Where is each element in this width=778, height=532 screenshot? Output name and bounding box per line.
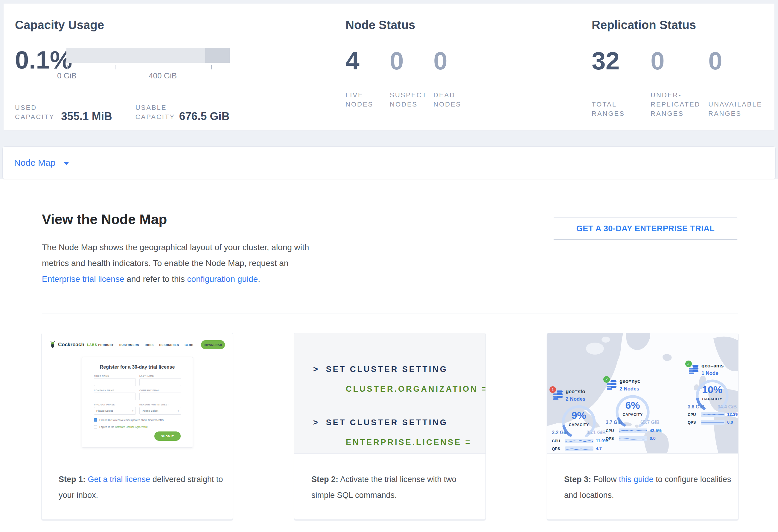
replication-status-title: Replication Status bbox=[592, 17, 762, 32]
capacity-gauge bbox=[606, 392, 659, 431]
cpu-value: 12.3% bbox=[727, 412, 738, 417]
sql-command: SET CLUSTER SETTING bbox=[326, 418, 448, 427]
total-ranges-value: 32 bbox=[592, 44, 650, 77]
used-capacity-label: USED CAPACITY bbox=[15, 103, 60, 122]
dead-nodes-value: 0 bbox=[434, 44, 448, 77]
qps-value: 0.0 bbox=[650, 436, 655, 441]
capacity-percent: 9% bbox=[552, 409, 606, 421]
enterprise-trial-license-link[interactable]: Enterprise trial license bbox=[42, 275, 124, 284]
mini-nav-docs: DOCS bbox=[145, 343, 154, 347]
capacity-usage-section: Capacity Usage 0.1% 0 GiB 400 GiB USED C… bbox=[15, 17, 230, 122]
sql-setting-license: ENTERPRISE.LICENSE = bbox=[346, 432, 485, 452]
steps-card-row: Cockroach LABS PRODUCT CUSTOMERS DOCS RE… bbox=[41, 333, 738, 520]
capacity-usage-title: Capacity Usage bbox=[15, 17, 230, 32]
cpu-label: CPU bbox=[552, 439, 563, 443]
mini-field-label: COMPANY NAME bbox=[94, 389, 136, 392]
sql-terminal-illustration: >SET CLUSTER SETTING CLUSTER.ORGANIZATIO… bbox=[294, 333, 485, 454]
this-guide-link[interactable]: this guide bbox=[619, 475, 653, 484]
locality-name: geo=ams bbox=[701, 363, 723, 369]
map-node-ams: ✓ geo=ams 1 Node 10% CAPACITY 3.6 GiB bbox=[688, 363, 738, 377]
axis-tick-label: 0 GiB bbox=[57, 71, 77, 80]
mini-company-email-input bbox=[139, 393, 181, 400]
unavailable-ranges-value: 0 bbox=[708, 44, 722, 77]
node-map-description: The Node Map shows the geographical layo… bbox=[42, 239, 328, 287]
qps-sparkline bbox=[701, 420, 725, 425]
under-replicated-ranges-value: 0 bbox=[650, 44, 708, 77]
capacity-used: 3.6 GiB bbox=[688, 404, 704, 409]
qps-label: QPS bbox=[606, 436, 617, 441]
axis-tick bbox=[115, 65, 115, 69]
mini-download-button: DOWNLOAD bbox=[201, 340, 225, 349]
locality-node-count: 1 Node bbox=[701, 370, 718, 376]
cpu-sparkline bbox=[565, 439, 594, 443]
capacity-total: 35.1 GiB bbox=[587, 430, 606, 435]
cockroach-labs-logo: Cockroach LABS bbox=[49, 341, 97, 349]
cpu-sparkline bbox=[701, 412, 725, 417]
mini-nav-resources: RESOURCES bbox=[159, 343, 179, 347]
capacity-total: 34.4 GiB bbox=[718, 404, 737, 409]
cpu-label: CPU bbox=[606, 429, 617, 433]
cpu-value: 42.5% bbox=[650, 428, 662, 433]
live-nodes-label: LIVE NODES bbox=[345, 90, 390, 109]
capacity-label: CAPACITY bbox=[688, 397, 737, 401]
capacity-label: CAPACITY bbox=[606, 412, 659, 417]
cluster-overview-card: Capacity Usage 0.1% 0 GiB 400 GiB USED C… bbox=[4, 4, 774, 131]
mini-field-label: PROJECT PHASE bbox=[94, 403, 136, 406]
node-map-dropdown-label: Node Map bbox=[14, 158, 55, 168]
get-trial-license-link[interactable]: Get a trial license bbox=[88, 475, 150, 484]
usable-capacity-label: USABLE CAPACITY bbox=[136, 103, 177, 122]
mini-form-title: Register for a 30-day trial license bbox=[94, 365, 181, 370]
under-replicated-ranges-label: UNDER- REPLICATED RANGES bbox=[650, 90, 708, 118]
suspect-nodes-value: 0 bbox=[390, 44, 434, 77]
qps-value: 0.0 bbox=[727, 420, 733, 425]
mini-site-nav: PRODUCT CUSTOMERS DOCS RESOURCES BLOG DO… bbox=[98, 340, 225, 349]
mini-field-label: FIRST NAME bbox=[94, 375, 136, 377]
cpu-label: CPU bbox=[688, 412, 698, 417]
checkbox-empty-icon bbox=[94, 425, 97, 429]
dead-nodes-label: DEAD NODES bbox=[434, 90, 461, 109]
get-enterprise-trial-button[interactable]: GET A 30-DAY ENTERPRISE TRIAL bbox=[553, 218, 738, 240]
step3-card: 1 geo=sfo 2 Nodes 9% CAPACITY 3.2 GiB bbox=[547, 333, 738, 520]
terminal-prompt: > bbox=[313, 418, 319, 427]
capacity-bar: 0 GiB 400 GiB bbox=[66, 48, 230, 63]
replication-status-section: Replication Status 32 0 0 TOTAL RANGES U… bbox=[592, 17, 762, 118]
qps-label: QPS bbox=[688, 420, 698, 425]
capacity-bar-reserved-segment bbox=[205, 48, 230, 63]
map-node-nyc: ✓ geo=nyc 2 Nodes 6% CAPACITY 3.7 GiB bbox=[606, 379, 659, 392]
used-capacity-value: 355.1 MiB bbox=[61, 110, 112, 123]
chevron-down-icon: ▾ bbox=[132, 409, 134, 412]
configuration-guide-link[interactable]: configuration guide bbox=[187, 275, 258, 284]
qps-sparkline bbox=[619, 436, 647, 441]
step2-caption: Step 2: Activate the trial license with … bbox=[294, 454, 485, 519]
capacity-percent: 10% bbox=[688, 384, 737, 395]
mini-field-label: REASON FOR INTEREST bbox=[139, 403, 181, 406]
locality-node-count: 2 Nodes bbox=[619, 386, 639, 392]
live-nodes-value: 4 bbox=[345, 44, 390, 77]
suspect-nodes-label: SUSPECT NODES bbox=[390, 90, 434, 109]
capacity-bar-track bbox=[66, 48, 230, 63]
qps-sparkline bbox=[565, 446, 594, 451]
node-status-section: Node Status 4 0 0 LIVE NODES SUSPECT NOD… bbox=[345, 17, 461, 109]
mini-last-name-input bbox=[139, 378, 181, 386]
node-map-dropdown[interactable]: Node Map bbox=[14, 158, 69, 168]
mini-submit-button: SUBMIT bbox=[154, 432, 181, 441]
capacity-percent: 0.1% bbox=[15, 44, 66, 75]
step3-caption: Step 3: Follow this guide to configure l… bbox=[547, 454, 738, 519]
axis-tick bbox=[163, 65, 163, 69]
mini-company-name-input bbox=[94, 393, 136, 400]
trial-registration-form: Register for a 30-day trial license FIRS… bbox=[82, 357, 193, 448]
healthy-badge-icon: ✓ bbox=[685, 361, 692, 367]
capacity-used: 3.2 GiB bbox=[552, 430, 568, 435]
node-map-preview-image: 1 geo=sfo 2 Nodes 9% CAPACITY 3.2 GiB bbox=[547, 333, 738, 454]
locality-name: geo=nyc bbox=[619, 379, 640, 384]
cockroach-bug-icon bbox=[49, 341, 56, 349]
chevron-down-icon bbox=[64, 162, 69, 165]
chevron-down-icon: ▾ bbox=[178, 409, 179, 412]
locality-node-count: 2 Nodes bbox=[566, 396, 586, 402]
mini-nav-product: PRODUCT bbox=[98, 343, 114, 347]
healthy-badge-icon: ✓ bbox=[603, 376, 610, 383]
mini-first-name-input bbox=[94, 378, 136, 386]
capacity-gauge bbox=[552, 402, 606, 441]
node-status-title: Node Status bbox=[345, 17, 461, 32]
map-node-sfo: 1 geo=sfo 2 Nodes 9% CAPACITY 3.2 GiB bbox=[552, 389, 606, 402]
